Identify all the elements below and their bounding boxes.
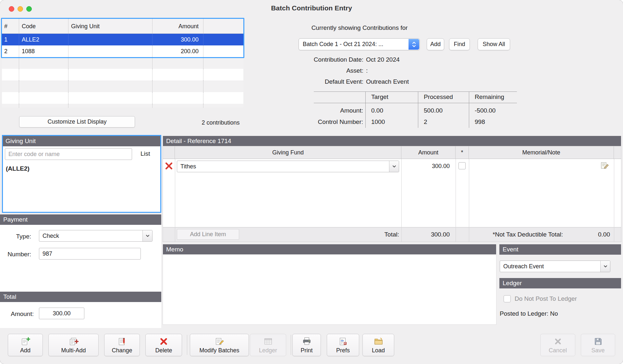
contributions-table: # Code Giving Unit Amount 1 ALLE2 300.00… [2, 19, 243, 108]
add-line-item-button[interactable]: Add Line Item [177, 229, 239, 240]
cell-num: 1 [2, 34, 19, 45]
toolbar-separator [291, 335, 291, 355]
event-select[interactable]: Outreach Event [500, 261, 610, 272]
batch-find-button[interactable]: Find [449, 38, 470, 50]
empty-row [2, 69, 243, 80]
delete-button[interactable]: Delete [145, 334, 182, 356]
detail-header: Detail - Reference 1714 [163, 136, 621, 146]
default-event-value: Outreach Event [366, 78, 409, 86]
total-amount-input[interactable] [39, 308, 84, 319]
total-amount-label: Amount: [0, 310, 34, 318]
payment-type-select[interactable]: Check [39, 230, 153, 242]
detail-table: Giving Fund Amount * Memorial/Note Tithe… [163, 146, 621, 242]
stats-control-remaining: 998 [475, 118, 485, 126]
ledger-button[interactable]: Ledger [250, 334, 286, 356]
memo-panel [163, 255, 496, 324]
add-icon [20, 336, 31, 346]
change-button[interactable]: Change [104, 334, 140, 356]
col-extra [203, 19, 243, 33]
detail-col-star: * [456, 146, 469, 159]
prefs-icon [338, 336, 348, 346]
giving-unit-list-button[interactable]: List [140, 150, 150, 157]
modify-batches-button[interactable]: Modify Batches [190, 334, 249, 356]
batch-add-button[interactable]: Add [427, 38, 444, 50]
payment-type-value: Check [43, 230, 59, 241]
batch-select[interactable]: Batch Code 1 - Oct 21 2024: ... [299, 38, 420, 50]
empty-row [2, 57, 243, 69]
ledger-header: Ledger [499, 278, 621, 288]
line-item-amount[interactable]: 300.00 [401, 159, 453, 173]
batch-stats-table: Target Processed Remaining Amount: 0.00 … [314, 91, 517, 128]
payment-number-input[interactable] [39, 248, 141, 260]
event-header: Event [499, 244, 621, 255]
stats-control-processed: 2 [424, 118, 427, 126]
customize-list-display-button[interactable]: Customize List Display [19, 116, 135, 127]
cell-giving-unit [68, 34, 153, 45]
cell-giving-unit [68, 45, 153, 57]
do-not-post-checkbox[interactable] [504, 295, 511, 302]
memo-textarea[interactable] [163, 255, 496, 324]
cell-extra [203, 34, 243, 45]
multi-add-button[interactable]: Multi-Add [48, 334, 99, 356]
detail-col-scroll [614, 146, 621, 159]
prefs-button[interactable]: Prefs [327, 334, 359, 356]
stats-col-processed: Processed [424, 93, 453, 101]
chevron-down-icon [142, 230, 152, 241]
memorial-note-icon[interactable] [600, 162, 609, 169]
stats-amount-processed: 500.00 [424, 106, 443, 115]
asset-value: : [366, 67, 368, 75]
giving-unit-header: Giving Unit [3, 136, 160, 146]
ledger-icon [263, 336, 273, 346]
contribution-row-1[interactable]: 1 ALLE2 300.00 [2, 34, 243, 45]
chevron-down-icon [389, 161, 399, 172]
posted-to-ledger-label: Posted to Ledger: No [500, 309, 558, 318]
stats-col-remaining: Remaining [475, 93, 504, 101]
detail-col-memorial: Memorial/Note [469, 146, 614, 159]
giving-unit-panel: Giving Unit List (ALLE2) [2, 135, 161, 213]
batch-select-value: Batch Code 1 - Oct 21 2024: ... [303, 39, 383, 50]
col-num: # [2, 19, 19, 33]
default-event-label: Default Event: [227, 78, 363, 86]
giving-unit-code: (ALLE2) [6, 165, 30, 172]
popup-chevrons-icon [409, 39, 419, 50]
contribution-date-label: Contribution Date: [227, 55, 363, 64]
empty-row [2, 104, 243, 108]
giving-fund-select[interactable]: Tithes [177, 161, 399, 172]
col-code: Code [19, 19, 68, 33]
empty-row [2, 80, 243, 92]
delete-line-item-icon[interactable] [164, 161, 174, 171]
do-not-post-label: Do Not Post To Ledger [515, 295, 577, 303]
modify-batches-icon [214, 336, 225, 346]
change-icon [117, 336, 127, 346]
contribution-date-value: Oct 20 2024 [366, 55, 400, 64]
asset-label: Asset: [227, 67, 363, 75]
cell-amount: 200.00 [153, 45, 203, 57]
stats-amount-remaining: -500.00 [475, 106, 495, 115]
toolbar-separator [187, 335, 187, 355]
load-button[interactable]: Load [362, 334, 394, 356]
detail-total-value: 300.00 [401, 227, 450, 242]
stats-control-label: Control Number: [314, 118, 363, 126]
batch-show-all-button[interactable]: Show All [478, 38, 510, 50]
delete-icon [159, 336, 169, 346]
stats-col-target: Target [371, 93, 388, 101]
payment-type-label: Type: [0, 232, 31, 241]
cancel-button[interactable]: Cancel [540, 334, 575, 356]
stats-amount-target: 0.00 [371, 106, 383, 115]
chevron-down-icon [600, 261, 610, 272]
contributions-count: 2 contributions [182, 119, 260, 126]
not-tax-deductible-checkbox[interactable] [458, 162, 466, 169]
col-giving-unit: Giving Unit [68, 19, 153, 33]
detail-col-amount: Amount [401, 146, 456, 159]
window-title: Batch Contribution Entry [0, 4, 623, 12]
save-button[interactable]: Save [581, 334, 615, 356]
print-button[interactable]: Print [292, 334, 321, 356]
total-header: Total [0, 292, 161, 302]
contribution-row-2[interactable]: 2 1088 200.00 [2, 45, 243, 57]
contributions-header-row: # Code Giving Unit Amount [2, 19, 243, 34]
add-button[interactable]: Add [8, 334, 43, 356]
cancel-icon [553, 336, 563, 346]
empty-row [2, 92, 243, 104]
app-window: Batch Contribution Entry # Code Giving U… [0, 0, 623, 364]
giving-unit-input[interactable] [5, 148, 132, 160]
